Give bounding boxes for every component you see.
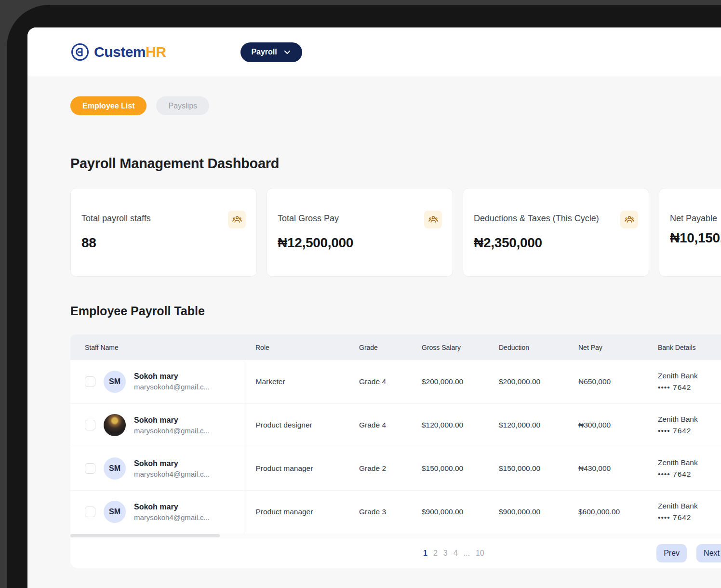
bank-name: Zenith Bank xyxy=(658,500,721,512)
gross-salary-cell: $150,000.00 xyxy=(410,447,487,490)
table-title: Employee Payroll Table xyxy=(70,304,721,318)
column-header-deduction: Deduction xyxy=(487,334,567,360)
view-tabs: Employee List Payslips xyxy=(70,96,721,115)
stat-card-label: Total payroll staffs xyxy=(81,211,151,224)
stat-card-gross-pay: Total Gross Pay ₦12,500,000 xyxy=(267,188,453,277)
grade-cell: Grade 4 xyxy=(347,360,410,403)
brand-logo: CustemHR xyxy=(71,43,166,61)
app-window: CustemHR Payroll Employee List Payslips … xyxy=(27,27,721,588)
page-number-list: 1 2 3 4 ... 10 xyxy=(423,549,484,558)
role-cell: Product designer xyxy=(244,403,347,447)
row-checkbox[interactable] xyxy=(85,420,95,430)
staff-email: marysokoh4@gmail.c... xyxy=(134,469,210,480)
avatar: SM xyxy=(104,501,126,523)
table-header-row: Staff Name Role Grade Gross Salary Deduc… xyxy=(70,334,721,360)
deduction-cell: $200,000.00 xyxy=(487,360,567,403)
stat-card-value: ₦12,500,000 xyxy=(278,235,442,251)
next-page-button[interactable]: Next xyxy=(696,544,721,562)
page-ellipsis: ... xyxy=(464,549,470,558)
avatar: SM xyxy=(104,457,126,480)
brand-name: CustemHR xyxy=(94,44,166,60)
net-pay-cell: ₦650,000 xyxy=(567,360,646,403)
deduction-cell: $150,000.00 xyxy=(487,447,567,490)
payroll-dropdown-button[interactable]: Payroll xyxy=(240,42,302,62)
column-header-grade: Grade xyxy=(347,334,410,360)
deduction-cell: $900,000.00 xyxy=(487,490,567,534)
users-group-icon xyxy=(620,211,638,228)
role-cell: Product manager xyxy=(244,447,347,490)
stat-card-label: Deductions & Taxes (This Cycle) xyxy=(474,211,599,224)
staff-name: Sokoh mary xyxy=(134,371,210,382)
page-title: Payroll Management Dashboard xyxy=(70,156,721,172)
staff-name: Sokoh mary xyxy=(134,458,210,469)
table-row: SM Sokoh mary marysokoh4@gmail.c... Prod… xyxy=(70,447,721,490)
stat-card-deductions: Deductions & Taxes (This Cycle) ₦2,350,0… xyxy=(463,188,649,277)
deduction-cell: $120,000.00 xyxy=(487,403,567,447)
grade-cell: Grade 2 xyxy=(347,447,410,490)
bank-details-cell: Zenith Bank •••• 7642 xyxy=(646,447,721,490)
page-number-1[interactable]: 1 xyxy=(423,549,427,558)
prev-page-button[interactable]: Prev xyxy=(656,544,687,562)
users-group-icon xyxy=(228,211,246,228)
users-group-icon xyxy=(424,211,442,228)
staff-email: marysokoh4@gmail.c... xyxy=(134,512,210,523)
grade-cell: Grade 4 xyxy=(347,403,410,447)
row-checkbox[interactable] xyxy=(85,376,95,387)
role-cell: Marketer xyxy=(244,360,347,403)
payroll-dropdown-label: Payroll xyxy=(251,48,277,56)
table-row: SM Sokoh mary marysokoh4@gmail.c... Prod… xyxy=(70,490,721,534)
bank-account-mask: •••• 7642 xyxy=(658,468,721,480)
bank-name: Zenith Bank xyxy=(658,370,721,382)
stat-card-value: ₦10,150,000 xyxy=(670,230,721,246)
bank-details-cell: Zenith Bank •••• 7642 xyxy=(646,360,721,403)
column-header-staff-name: Staff Name xyxy=(70,334,244,360)
column-header-net-pay: Net Pay xyxy=(567,334,646,360)
top-bar: CustemHR Payroll xyxy=(27,27,721,77)
pagination-bar: 1 2 3 4 ... 10 Prev Next xyxy=(70,538,721,568)
bank-name: Zenith Bank xyxy=(658,457,721,468)
net-pay-cell: $600,000.00 xyxy=(567,490,646,534)
stat-card-label: Total Gross Pay xyxy=(278,211,339,224)
bank-name: Zenith Bank xyxy=(658,414,721,425)
ch-monogram-icon xyxy=(71,43,89,61)
column-header-gross-salary: Gross Salary xyxy=(410,334,487,360)
stat-card-label: Net Payable xyxy=(670,211,717,224)
page-number-2[interactable]: 2 xyxy=(433,549,438,558)
avatar: SM xyxy=(104,371,126,393)
avatar-photo xyxy=(104,414,126,436)
row-checkbox[interactable] xyxy=(85,463,95,474)
table-row: Sokoh mary marysokoh4@gmail.c... Product… xyxy=(70,403,721,447)
employee-payroll-table: Staff Name Role Grade Gross Salary Deduc… xyxy=(70,334,721,568)
bank-account-mask: •••• 7642 xyxy=(658,425,721,437)
tab-employee-list[interactable]: Employee List xyxy=(70,96,147,115)
staff-email: marysokoh4@gmail.c... xyxy=(134,426,210,436)
role-cell: Product manager xyxy=(244,490,347,534)
bank-details-cell: Zenith Bank •••• 7642 xyxy=(646,490,721,534)
grade-cell: Grade 3 xyxy=(347,490,410,534)
column-header-bank-details: Bank Details xyxy=(646,334,721,360)
gross-salary-cell: $120,000.00 xyxy=(410,403,487,447)
staff-name: Sokoh mary xyxy=(134,414,210,426)
net-pay-cell: ₦430,000 xyxy=(567,447,646,490)
page-number-3[interactable]: 3 xyxy=(443,549,448,558)
page-number-4[interactable]: 4 xyxy=(454,549,458,558)
page-number-10[interactable]: 10 xyxy=(476,549,484,558)
column-header-role: Role xyxy=(244,334,347,360)
stat-card-net-payable: Net Payable ₦10,150,000 xyxy=(659,188,721,277)
bank-details-cell: Zenith Bank •••• 7642 xyxy=(646,403,721,447)
bank-account-mask: •••• 7642 xyxy=(658,512,721,523)
tab-payslips[interactable]: Payslips xyxy=(156,96,209,115)
scrollbar-thumb[interactable] xyxy=(70,534,220,537)
staff-name: Sokoh mary xyxy=(134,501,210,512)
table-row: SM Sokoh mary marysokoh4@gmail.c... Mark… xyxy=(70,360,721,403)
chevron-down-icon xyxy=(283,48,292,56)
bank-account-mask: •••• 7642 xyxy=(658,382,721,393)
gross-salary-cell: $200,000.00 xyxy=(410,360,487,403)
stat-card-value: 88 xyxy=(81,235,246,251)
net-pay-cell: ₦300,000 xyxy=(567,403,646,447)
row-checkbox[interactable] xyxy=(85,507,95,517)
staff-email: marysokoh4@gmail.c... xyxy=(134,382,210,392)
gross-salary-cell: $900,000.00 xyxy=(410,490,487,534)
stat-card-total-staffs: Total payroll staffs 88 xyxy=(70,188,257,277)
horizontal-scrollbar[interactable] xyxy=(70,534,721,538)
